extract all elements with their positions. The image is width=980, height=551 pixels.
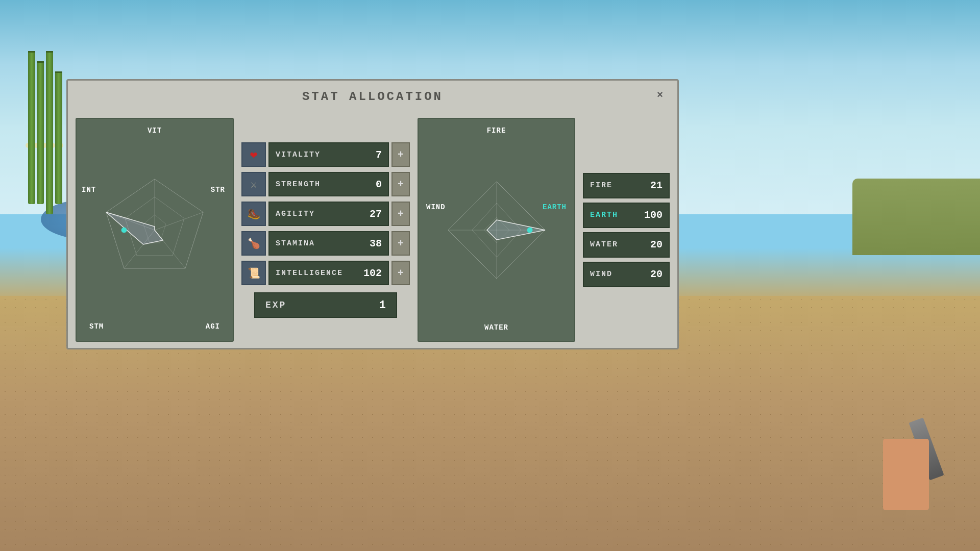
earth-stat-row: EARTH 100 (583, 203, 670, 228)
svg-point-18 (527, 228, 532, 233)
exp-bar: EXP 1 (254, 292, 397, 318)
agility-value: 27 (356, 208, 382, 220)
int-label: INT (82, 186, 96, 194)
vitality-icon: ❤ (241, 142, 266, 167)
str-label: STR (211, 186, 225, 194)
water-stat-value: 20 (640, 239, 663, 251)
vitality-label: VITALITY (276, 151, 352, 159)
intelligence-label: INTELLIGENCE (276, 269, 352, 278)
agility-label: AGILITY (276, 210, 352, 218)
svg-line-4 (155, 212, 203, 230)
agility-icon: 🥾 (241, 202, 266, 226)
earth-label: EARTH (543, 203, 567, 211)
water-stat-label: WATER (590, 240, 635, 249)
intelligence-plus-button[interactable]: + (391, 261, 410, 285)
strength-bar: STRENGTH 0 (268, 172, 389, 196)
water-stat-row: WATER 20 (583, 232, 670, 258)
agility-bar: AGILITY 27 (268, 202, 389, 226)
wind-stat-row: WIND 20 (583, 262, 670, 287)
exp-row: EXP 1 (241, 292, 410, 318)
stats-list: ❤ VITALITY 7 + ⚔ STRENGTH 0 + (241, 118, 410, 342)
svg-marker-17 (487, 220, 545, 240)
intelligence-bar: INTELLIGENCE 102 (268, 261, 389, 285)
strength-label: STRENGTH (276, 180, 352, 189)
modal-title: STAT ALLOCATION (68, 81, 677, 113)
fire-stat-value: 21 (640, 180, 663, 191)
modal-body: VIT STR AGI STM INT (68, 113, 677, 347)
intelligence-icon: 📜 (241, 261, 266, 285)
water-label: WATER (484, 323, 508, 332)
strength-value: 0 (356, 179, 382, 190)
strength-row: ⚔ STRENGTH 0 + (241, 171, 410, 197)
elements-radar-panel: FIRE EARTH WATER WIND (418, 118, 575, 342)
stamina-row: 🍗 STAMINA 38 + (241, 231, 410, 256)
stats-radar-chart (93, 169, 216, 291)
earth-stat-value: 100 (640, 209, 663, 221)
bamboo (26, 51, 66, 230)
stamina-plus-button[interactable]: + (391, 231, 410, 256)
elements-radar-chart (440, 174, 553, 286)
stamina-bar: STAMINA 38 (268, 231, 389, 256)
wind-stat-label: WIND (590, 270, 635, 279)
wind-stat-value: 20 (640, 268, 663, 280)
agility-plus-button[interactable]: + (391, 202, 410, 226)
close-button[interactable]: × (653, 88, 667, 102)
exp-label: EXP (265, 300, 372, 310)
stm-label: STM (89, 322, 104, 331)
player-hand (837, 383, 939, 510)
earth-stat-label: EARTH (590, 211, 635, 219)
svg-point-9 (121, 228, 127, 233)
agi-label: AGI (206, 322, 220, 331)
stamina-value: 38 (356, 238, 382, 249)
exp-value: 1 (379, 299, 386, 312)
stats-radar-panel: VIT STR AGI STM INT (76, 118, 234, 342)
vitality-row: ❤ VITALITY 7 + (241, 142, 410, 167)
strength-icon: ⚔ (241, 172, 266, 196)
wind-label: WIND (426, 203, 446, 211)
right-terrain (852, 179, 980, 255)
stamina-icon: 🍗 (241, 231, 266, 256)
strength-plus-button[interactable]: + (391, 172, 410, 196)
agility-row: 🥾 AGILITY 27 + (241, 201, 410, 227)
fire-stat-row: FIRE 21 (583, 173, 670, 198)
intelligence-row: 📜 INTELLIGENCE 102 + (241, 260, 410, 286)
fire-label: FIRE (487, 127, 506, 135)
fire-stat-label: FIRE (590, 181, 635, 190)
vitality-plus-button[interactable]: + (391, 142, 410, 167)
element-stats-panel: FIRE 21 EARTH 100 WATER 20 WIND 20 (583, 118, 670, 342)
vitality-bar: VITALITY 7 (268, 142, 389, 167)
vitality-value: 7 (356, 149, 382, 161)
stamina-label: STAMINA (276, 239, 352, 248)
stat-allocation-modal: STAT ALLOCATION × VIT STR AGI STM INT (66, 79, 679, 349)
intelligence-value: 102 (356, 267, 382, 279)
vit-label: VIT (148, 127, 162, 135)
